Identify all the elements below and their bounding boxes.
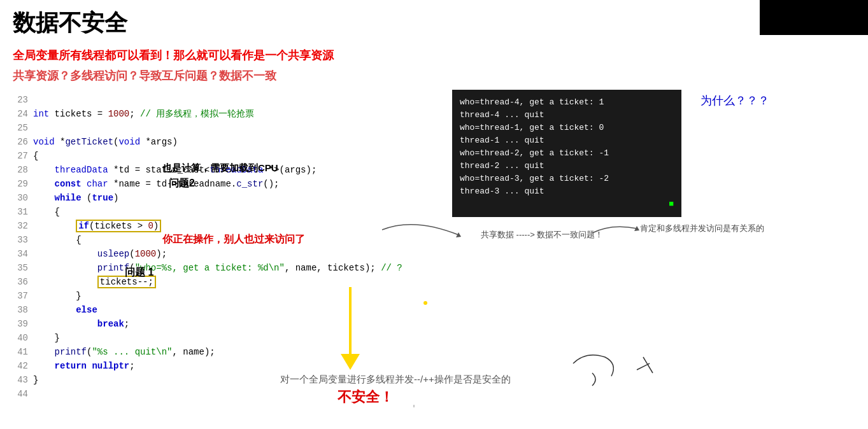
code-line-24: 24 int tickets = 1000; // 用多线程，模拟一轮抢票 xyxy=(13,107,446,121)
terminal-line-7: who=thread-3, get a ticket: -2 xyxy=(460,172,674,185)
code-line-43: 43 } xyxy=(13,373,446,387)
code-line-36: 36 tickets--; xyxy=(13,275,446,289)
code-line-34: 34 usleep(1000); xyxy=(13,247,446,261)
code-line-29: 29 const char *name = td->threadname.c_s… xyxy=(13,177,446,191)
code-line-30: 30 while (true) xyxy=(13,191,446,205)
bracket-curve xyxy=(592,373,595,386)
terminal-line-1: who=thread-4, get a ticket: 1 xyxy=(460,96,674,109)
terminal-line-5: who=thread-2, get a ticket: -1 xyxy=(460,147,674,160)
terminal-output: who=thread-4, get a ticket: 1 thread-4 .… xyxy=(452,90,681,217)
terminal-line-8: thread-3 ... quit xyxy=(460,185,674,198)
concurrent-label: 肯定和多线程并发访问是有关系的 xyxy=(640,223,764,233)
deco-curve1 xyxy=(573,355,613,376)
arrowhead-concurrent xyxy=(634,226,639,231)
code-panel: 23 24 int tickets = 1000; // 用多线程，模拟一轮抢票… xyxy=(0,90,446,408)
code-line-32: 32 if(tickets > 0) xyxy=(13,219,446,233)
code-line-25: 25 xyxy=(13,121,446,135)
subtitle1: 全局变量所有线程都可以看到！那么就可以看作是一个共享资源 xyxy=(0,44,868,66)
code-line-38: 38 else xyxy=(13,303,446,317)
arrow-concurrent xyxy=(592,227,637,233)
shared-data-label: 共享数据 -----> 数据不一致问题！ xyxy=(481,230,603,239)
code-line-44: 44 xyxy=(13,387,446,401)
subtitle2: 共享资源？多线程访问？导致互斥问题？数据不一致 xyxy=(0,66,868,90)
code-line-35: 35 printf("who=%s, get a ticket: %d\n", … xyxy=(13,261,446,275)
green-dot: ■ xyxy=(669,199,674,209)
code-line-23: 23 xyxy=(13,93,446,107)
arrowhead-shared xyxy=(456,232,461,237)
code-line-31: 31 { xyxy=(13,205,446,219)
terminal-line-2: thread-4 ... quit xyxy=(460,109,674,122)
code-line-40: 40 } xyxy=(13,331,446,345)
code-line-28: 28 threadData *td = static_cast<threadDa… xyxy=(13,163,446,177)
terminal-line-3: who=thread-1, get a ticket: 0 xyxy=(460,122,674,134)
deco-mark xyxy=(637,357,653,373)
code-line-37: 37 } xyxy=(13,289,446,303)
code-line-42: 42 return nullptr; xyxy=(13,359,446,373)
why-text: 为什么？？？ xyxy=(701,93,769,108)
code-line-33: 33 { xyxy=(13,233,446,247)
page-title: 数据不安全 xyxy=(0,0,868,44)
terminal-line-4: thread-1 ... quit xyxy=(460,134,674,147)
terminal-line-6: thread-2 ... quit xyxy=(460,160,674,172)
code-line-41: 41 printf("%s ... quit\n", name); xyxy=(13,345,446,359)
code-line-26: 26 void *getTicket(void *args) xyxy=(13,135,446,149)
code-line-39: 39 break; xyxy=(13,317,446,331)
code-line-27: 27 { xyxy=(13,149,446,163)
black-rectangle xyxy=(760,0,868,35)
